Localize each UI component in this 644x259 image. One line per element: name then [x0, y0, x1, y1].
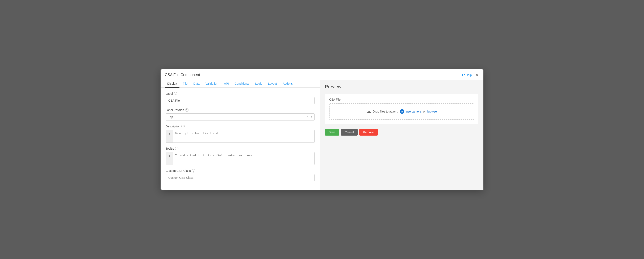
- remove-button[interactable]: Remove: [359, 129, 378, 136]
- cancel-button[interactable]: Cancel: [341, 129, 358, 136]
- tab-addons[interactable]: Addons: [280, 80, 295, 88]
- form-area: Label ? Label Position ? Top ×: [160, 88, 320, 190]
- tab-api[interactable]: API: [222, 80, 232, 88]
- preview-title: Preview: [325, 84, 478, 90]
- tooltip-line-1: 1: [167, 154, 172, 158]
- close-button[interactable]: ×: [475, 73, 479, 77]
- tab-file[interactable]: File: [180, 80, 190, 88]
- tooltip-editor: 1: [166, 152, 315, 165]
- help-icon: [462, 74, 465, 76]
- description-textarea[interactable]: [173, 130, 314, 142]
- camera-icon: [400, 109, 404, 114]
- tooltip-textarea[interactable]: [173, 152, 314, 165]
- label-position-value: Top: [166, 114, 305, 120]
- description-help-icon[interactable]: ?: [181, 125, 185, 128]
- tab-conditional[interactable]: Conditional: [232, 80, 252, 88]
- description-group: Description ? 1: [166, 125, 315, 143]
- tab-display[interactable]: Display: [165, 80, 180, 88]
- tooltip-label: Tooltip ?: [166, 147, 315, 150]
- svg-rect-1: [464, 74, 465, 75]
- preview-card: CSA File ☁ Drop files to attach, use cam…: [325, 94, 478, 124]
- upload-icon: ☁: [366, 109, 371, 114]
- action-buttons: Save Cancel Remove: [325, 129, 478, 136]
- custom-css-group: Custom CSS Class ?: [166, 169, 315, 181]
- label-position-group: Label Position ? Top × ▾: [166, 108, 315, 120]
- label-position-select[interactable]: Top × ▾: [166, 113, 315, 120]
- modal-title: CSA File Component: [165, 73, 200, 77]
- tabs-container: Display File Data Validation API Conditi…: [160, 80, 320, 88]
- label-input[interactable]: [166, 97, 315, 104]
- svg-rect-0: [462, 74, 463, 75]
- drop-text: Drop files to attach,: [373, 110, 398, 113]
- or-text: or: [423, 110, 426, 113]
- tooltip-help-icon[interactable]: ?: [175, 147, 178, 150]
- tab-logic[interactable]: Logic: [252, 80, 264, 88]
- label-position-arrow-icon[interactable]: ▾: [310, 116, 314, 118]
- save-button[interactable]: Save: [325, 129, 339, 136]
- label-field-group: Label ?: [166, 92, 315, 104]
- description-line-1: 1: [167, 132, 172, 136]
- preview-field-label: CSA File: [329, 98, 474, 101]
- browse-link[interactable]: browse: [428, 110, 437, 113]
- help-link[interactable]: Help: [462, 73, 472, 77]
- modal: CSA File Component Help × Displ: [160, 69, 484, 190]
- use-camera-link[interactable]: use camera: [406, 110, 421, 113]
- custom-css-help-icon[interactable]: ?: [192, 169, 195, 172]
- tab-data[interactable]: Data: [191, 80, 202, 88]
- label-position-label: Label Position ?: [166, 108, 315, 112]
- tab-validation[interactable]: Validation: [203, 80, 220, 88]
- label-position-help-icon[interactable]: ?: [185, 108, 188, 112]
- left-panel: Display File Data Validation API Conditi…: [160, 80, 320, 190]
- tooltip-line-numbers: 1: [166, 152, 173, 165]
- custom-css-input[interactable]: [166, 174, 315, 181]
- tab-layout[interactable]: Layout: [266, 80, 280, 88]
- right-panel: Preview CSA File ☁ Drop files to attach,…: [320, 80, 484, 190]
- label-field-label: Label ?: [166, 92, 315, 95]
- svg-rect-2: [462, 75, 463, 76]
- modal-header-actions: Help ×: [462, 73, 479, 77]
- custom-css-label: Custom CSS Class ?: [166, 169, 315, 172]
- file-drop-zone[interactable]: ☁ Drop files to attach, use camera or br…: [329, 103, 474, 120]
- modal-header: CSA File Component Help ×: [160, 69, 484, 80]
- description-editor: 1: [166, 130, 315, 143]
- tooltip-group: Tooltip ? 1: [166, 147, 315, 165]
- modal-body: Display File Data Validation API Conditi…: [160, 80, 484, 190]
- description-label: Description ?: [166, 125, 315, 128]
- label-help-icon[interactable]: ?: [174, 92, 177, 95]
- label-position-clear-icon[interactable]: ×: [305, 115, 310, 118]
- description-line-numbers: 1: [166, 130, 173, 142]
